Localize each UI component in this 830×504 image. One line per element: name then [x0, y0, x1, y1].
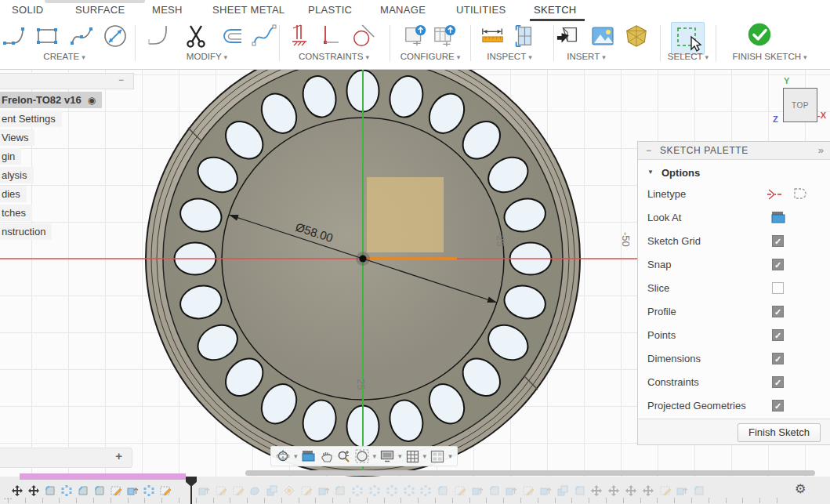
timeline-feature-extrude[interactable]	[198, 484, 210, 497]
timeline-feature-sketch[interactable]	[232, 484, 245, 497]
palette-expand-icon[interactable]: »	[818, 142, 824, 159]
origin-point[interactable]	[360, 256, 367, 263]
browser-item-named-views[interactable]: Views	[0, 129, 34, 146]
browser-item-origin[interactable]: gin	[0, 148, 21, 165]
radio-target-icon[interactable]: ◉	[88, 95, 96, 106]
orbit-icon[interactable]	[276, 449, 290, 463]
pan-hand-icon[interactable]	[320, 450, 333, 463]
caret-icon[interactable]: ▾	[448, 452, 452, 460]
timeline-feature-form[interactable]	[248, 484, 261, 497]
viewcube[interactable]: TOP	[783, 88, 817, 122]
timeline-feature-fillet[interactable]	[334, 484, 346, 497]
browser-item-sketches[interactable]: tches	[0, 205, 32, 221]
fillet-tool[interactable]	[147, 24, 172, 49]
options-section-header[interactable]: ▼ Options	[638, 165, 830, 183]
timeline-feature-fillet[interactable]	[437, 484, 449, 497]
tab-utilities[interactable]: UTILITIES	[456, 4, 506, 20]
tab-sheet-metal[interactable]: SHEET METAL	[212, 4, 285, 20]
timeline-feature-move[interactable]	[590, 484, 603, 497]
constraints-checkbox[interactable]	[772, 376, 784, 388]
browser-item-construction[interactable]: nstruction	[0, 223, 52, 240]
select-tool[interactable]	[671, 22, 705, 55]
configuration-table-tool[interactable]	[433, 24, 458, 49]
projected-geometries-checkbox[interactable]	[772, 400, 784, 412]
insert-canvas-tool[interactable]	[590, 24, 615, 49]
configure-feature-tool[interactable]	[403, 24, 428, 49]
timeline-feature-cpattern[interactable]	[60, 484, 73, 497]
timeline-feature-extrude[interactable]	[317, 484, 330, 497]
insert-mesh-tool[interactable]	[624, 24, 649, 49]
line-tool[interactable]	[2, 24, 27, 49]
grid-display-icon[interactable]	[406, 450, 419, 463]
timeline-feature-extrude[interactable]	[539, 484, 552, 497]
group-label-inspect[interactable]: INSPECT▾	[487, 52, 531, 61]
dimensions-checkbox[interactable]	[772, 353, 784, 364]
construction-linetype-icon[interactable]	[790, 187, 807, 202]
timeline-feature-move[interactable]	[642, 484, 654, 497]
group-label-insert[interactable]: INSERT▾	[567, 52, 606, 61]
display-settings-icon[interactable]	[380, 450, 394, 462]
palette-collapse-icon[interactable]: −	[646, 142, 651, 159]
timeline-feature-extrude[interactable]	[126, 484, 139, 497]
centerline-linetype-icon[interactable]	[766, 187, 783, 202]
caret-icon[interactable]: ▾	[294, 452, 298, 460]
finish-sketch-tool[interactable]	[747, 22, 772, 47]
tab-mesh[interactable]: MESH	[152, 4, 183, 20]
look-at-icon[interactable]	[302, 450, 316, 462]
tangent-constraint-tool[interactable]	[351, 24, 376, 49]
measure-tool[interactable]	[480, 24, 506, 49]
profile-checkbox[interactable]	[772, 306, 784, 317]
tab-surface[interactable]: SURFACE	[75, 4, 125, 20]
timeline-feature-combine[interactable]	[266, 484, 278, 497]
timeline-feature-sketch[interactable]	[110, 484, 122, 497]
group-label-select[interactable]: SELECT▾	[668, 52, 709, 61]
circle-tool[interactable]	[103, 24, 128, 49]
timeline-feature-fillet[interactable]	[488, 484, 501, 497]
timeline-feature-fillet[interactable]	[574, 484, 586, 497]
tab-solid[interactable]: SOLID	[12, 4, 44, 20]
sketch-grid-checkbox[interactable]	[772, 235, 784, 247]
fit-zoom-window-icon[interactable]	[355, 449, 369, 463]
tab-plastic[interactable]: PLASTIC	[308, 4, 352, 20]
zoom-icon[interactable]	[337, 449, 351, 463]
timeline-feature-chamfer[interactable]	[77, 484, 89, 497]
viewcube-face-label[interactable]: TOP	[792, 101, 809, 110]
browser-item-analysis[interactable]: alysis	[0, 167, 34, 183]
timeline-feature-cpattern[interactable]	[143, 484, 155, 497]
group-label-configure[interactable]: CONFIGURE▾	[401, 52, 461, 61]
group-label-constraints[interactable]: CONSTRAINTS▾	[299, 52, 369, 61]
timeline-feature-sketch[interactable]	[659, 484, 672, 497]
offset-tool[interactable]	[219, 24, 245, 49]
gear-icon[interactable]: ⚙	[795, 481, 806, 496]
timeline-feature-fillet[interactable]	[93, 484, 106, 497]
timeline-feature-cpattern[interactable]	[419, 484, 432, 497]
timeline-feature-sketch[interactable]	[300, 484, 313, 497]
plus-icon[interactable]: +	[115, 449, 122, 462]
rectangle-tool[interactable]	[34, 24, 60, 49]
points-checkbox[interactable]	[772, 329, 784, 341]
group-label-create[interactable]: CREATE▾	[43, 52, 85, 61]
slice-checkbox[interactable]	[772, 282, 784, 294]
timeline-feature-extrude[interactable]	[471, 484, 484, 497]
timeline-feature-cpattern[interactable]	[403, 484, 415, 497]
timeline-feature-fillet[interactable]	[44, 484, 56, 497]
timeline-feature-fillet[interactable]	[693, 484, 705, 497]
fix-constraint-tool[interactable]	[290, 24, 315, 49]
section-analysis-tool[interactable]	[512, 24, 537, 49]
timeline-feature-sketch[interactable]	[159, 484, 172, 497]
finish-sketch-button[interactable]: Finish Sketch	[738, 423, 821, 442]
timeline-feature-sketch[interactable]	[215, 484, 227, 497]
timeline-feature-move[interactable]	[27, 484, 40, 497]
group-label-modify[interactable]: MODIFY▾	[187, 52, 227, 61]
trim-tool[interactable]	[183, 24, 208, 49]
timeline-feature-move[interactable]	[11, 484, 24, 497]
look-at-icon[interactable]	[771, 211, 785, 224]
timeline-feature-sketch[interactable]	[522, 484, 535, 497]
timeline-feature-cpattern[interactable]	[368, 484, 381, 497]
browser-item-document-settings[interactable]: ent Settings	[0, 111, 62, 127]
timeline-feature-cpattern[interactable]	[386, 484, 398, 497]
timeline-feature-extrude[interactable]	[505, 484, 517, 497]
tab-sketch[interactable]: SKETCH	[534, 4, 577, 20]
timeline-feature-move[interactable]	[625, 484, 637, 497]
curve-tool[interactable]	[252, 24, 277, 49]
